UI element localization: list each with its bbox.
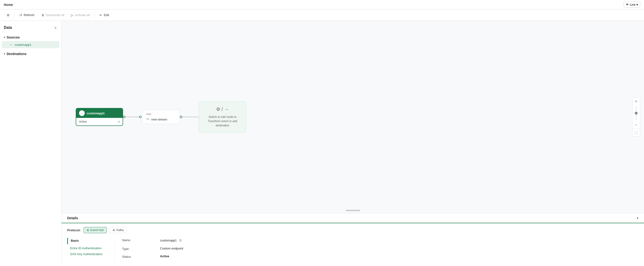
details-nav-section-title: Basic <box>67 238 110 244</box>
deactivate-all-button[interactable]: ⏸ Deactivate all <box>38 12 67 18</box>
flow-nodes: ← customapp1 Active ≡ <box>76 101 246 133</box>
sidebar-collapse-button[interactable]: « <box>54 24 58 31</box>
toolbar-divider-2 <box>94 12 95 18</box>
field-label-status: Status <box>122 255 160 259</box>
details-nav-item-entra[interactable]: Entra ID Authentication <box>67 245 110 251</box>
name-value-text: customapp1 <box>160 239 177 242</box>
settings-button[interactable]: ⚙ <box>4 12 12 18</box>
stream-node-title: new <box>146 113 176 116</box>
main-layout: Data « ▾ Sources ← customapp1 ▾ Destinat… <box>0 21 644 266</box>
live-dropdown[interactable]: 👁 Live ▾ <box>624 2 640 7</box>
edit-label: Edit <box>104 13 109 17</box>
customapp1-icon: ← <box>10 43 13 47</box>
activate-all-button[interactable]: ▷ Activate all <box>68 12 93 18</box>
details-fields: Name customapp1 ⧉ Type <box>114 238 638 262</box>
details-chevron-icon: ▾ <box>637 216 638 220</box>
field-row-name: Name customapp1 ⧉ <box>122 238 638 243</box>
kafka-icon: ⊗ <box>113 228 115 232</box>
zoom-out-button[interactable]: − <box>632 121 640 129</box>
sidebar: Data « ▾ Sources ← customapp1 ▾ Destinat… <box>0 21 62 266</box>
destinations-label: Destinations <box>7 52 26 56</box>
stream-node-icon: 〜 <box>146 117 149 122</box>
type-value-text: Custom endpoint <box>160 247 183 250</box>
destinations-section-header[interactable]: ▾ Destinations <box>0 50 61 58</box>
details-content: Protocol: ⊞ Event Hub ⊗ Kafka Basic <box>62 223 644 266</box>
sources-chevron-icon: ▾ <box>4 36 5 39</box>
connection-line-2 <box>182 117 198 117</box>
dest-hint-text: Switch to edit mode to Transform event o… <box>203 115 242 128</box>
refresh-icon: ↺ <box>20 13 22 17</box>
live-badge-container: 👁 Live ▾ <box>624 2 640 7</box>
settings-icon: ⚙ <box>7 13 10 17</box>
zoom-out-icon: − <box>635 123 637 127</box>
stream-node-new[interactable]: new 〜 new-stream <box>142 110 180 124</box>
sidebar-header: Data « <box>0 21 61 33</box>
zoom-in-button[interactable]: + <box>632 98 640 105</box>
sidebar-item-customapp1[interactable]: ← customapp1 <box>2 41 60 48</box>
protocol-kafka-button[interactable]: ⊗ Kafka <box>110 227 127 233</box>
destinations-chevron-icon: ▾ <box>4 52 5 55</box>
field-value-type: Custom endpoint <box>160 247 638 250</box>
source-node-body: Active ≡ <box>76 118 122 126</box>
toolbar-divider-1 <box>14 12 15 18</box>
stream-node-name: new-stream <box>151 118 167 121</box>
protocol-eventhub-button[interactable]: ⊞ Event Hub <box>84 227 107 233</box>
field-row-status: Status Active <box>122 255 638 259</box>
page-title: Home <box>4 3 13 7</box>
field-label-name: Name <box>122 238 160 242</box>
flow-canvas-container: ← customapp1 Active ≡ <box>62 21 644 213</box>
title-bar: Home 👁 Live ▾ <box>0 0 644 9</box>
deactivate-all-label: Deactivate all <box>46 13 64 17</box>
flow-canvas: ← customapp1 Active ≡ <box>62 21 644 213</box>
slash-separator: / <box>222 107 224 112</box>
details-panel: Details ▾ Protocol: ⊞ Event Hub ⊗ Kafka <box>62 213 644 266</box>
source-node-icon: ← <box>79 110 85 116</box>
source-icon-arrow: ← <box>81 112 83 115</box>
destination-icon: → <box>224 107 229 112</box>
protocol-row: Protocol: ⊞ Event Hub ⊗ Kafka <box>67 227 638 233</box>
transform-icon: ⚙ <box>216 107 220 112</box>
connection-line-1 <box>125 117 140 117</box>
copy-icon: ⧉ <box>179 238 182 242</box>
kafka-label: Kafka <box>116 228 124 232</box>
destination-hint-node: ⚙ / → Switch to edit mode to Transform e… <box>199 101 246 133</box>
copy-name-button[interactable]: ⧉ <box>179 238 182 243</box>
refresh-label: Refresh <box>24 13 34 17</box>
sidebar-title: Data <box>4 25 12 30</box>
field-value-name: customapp1 ⧉ <box>160 238 638 243</box>
fit-icon: ⛶ <box>635 131 638 134</box>
deactivate-icon: ⏸ <box>41 13 44 17</box>
details-nav-item-sas[interactable]: SAS Key Authentication <box>67 251 110 257</box>
source-node-title: customapp1 <box>86 112 105 115</box>
live-label: Live <box>630 3 636 6</box>
chevron-down-icon: ▾ <box>636 3 638 6</box>
sources-section-header[interactable]: ▾ Sources <box>0 33 61 41</box>
activate-all-label: Activate all <box>75 13 90 17</box>
dest-hint-icons: ⚙ / → <box>203 106 242 112</box>
source-node-header: ← customapp1 <box>76 109 122 118</box>
protocol-label: Protocol: <box>67 228 81 232</box>
source-node-menu-icon[interactable]: ≡ <box>118 120 120 124</box>
connection-stream-to-dest: › <box>180 115 199 120</box>
status-value-text: Active <box>160 255 169 258</box>
eye-icon: 👁 <box>626 3 629 6</box>
sources-label: Sources <box>7 35 20 39</box>
connection-source-to-stream: › <box>123 115 142 120</box>
source-node-status: Active <box>79 120 87 123</box>
source-node-customapp1[interactable]: ← customapp1 Active ≡ <box>76 108 123 126</box>
canvas-scrollbar-hint <box>346 210 360 211</box>
field-label-type: Type <box>122 247 160 251</box>
refresh-button[interactable]: ↺ Refresh <box>16 12 38 18</box>
zoom-in-icon: + <box>635 99 637 104</box>
details-header[interactable]: Details ▾ <box>62 213 644 223</box>
field-value-status: Active <box>160 255 638 258</box>
collapse-icon: « <box>54 25 56 29</box>
zoom-slider-track <box>636 106 636 120</box>
canvas-area: ← customapp1 Active ≡ <box>62 21 644 266</box>
edit-button[interactable]: ✏ Edit <box>96 12 112 18</box>
details-nav: Basic Entra ID Authentication SAS Key Au… <box>67 238 114 262</box>
zoom-fit-button[interactable]: ⛶ <box>632 129 640 136</box>
eventhub-label: Event Hub <box>90 228 104 232</box>
stream-node-item: 〜 new-stream <box>146 117 176 122</box>
sources-section: ▾ Sources ← customapp1 <box>0 33 61 49</box>
